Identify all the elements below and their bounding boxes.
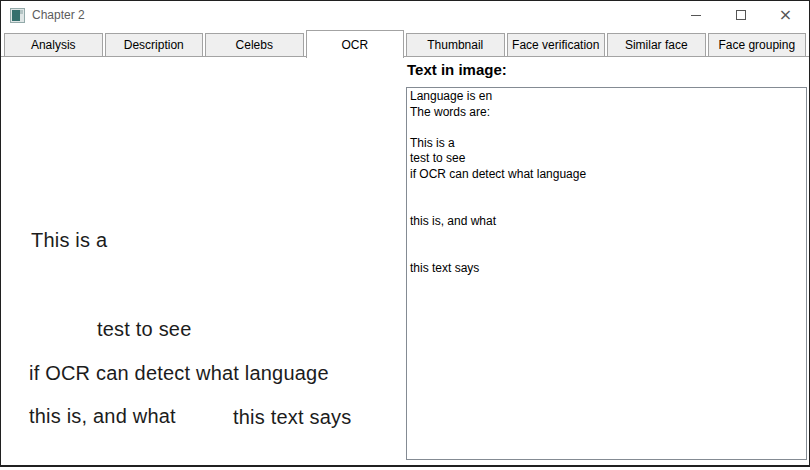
close-icon: × xyxy=(779,7,792,23)
image-text-line: this is, and what xyxy=(29,405,176,428)
app-icon-detail xyxy=(20,10,23,14)
minimize-button[interactable] xyxy=(673,1,718,29)
image-text-line: this text says xyxy=(233,406,351,429)
tab-description[interactable]: Description xyxy=(105,33,204,56)
tab-thumbnail[interactable]: Thumbnail xyxy=(406,33,505,56)
app-window: Chapter 2 × Analysis Description Celebs … xyxy=(0,0,810,467)
app-icon-detail xyxy=(12,10,20,21)
maximize-button[interactable] xyxy=(718,1,763,29)
tab-face-grouping[interactable]: Face grouping xyxy=(708,33,807,56)
window-title: Chapter 2 xyxy=(32,8,85,22)
tab-bar: Analysis Description Celebs OCR Thumbnai… xyxy=(1,28,809,56)
image-text-line: if OCR can detect what language xyxy=(29,362,329,385)
tab-ocr[interactable]: OCR xyxy=(306,30,405,58)
image-text-line: test to see xyxy=(97,318,191,341)
title-bar[interactable]: Chapter 2 × xyxy=(1,1,809,29)
close-button[interactable]: × xyxy=(763,1,808,29)
image-text-line: This is a xyxy=(31,229,107,252)
maximize-icon xyxy=(736,10,746,20)
ocr-tab-page: Browse and analyze This is a test to see… xyxy=(1,57,809,465)
minimize-icon xyxy=(691,15,701,16)
tab-analysis[interactable]: Analysis xyxy=(4,33,103,56)
app-icon xyxy=(10,8,25,23)
analyzed-image: This is a test to see if OCR can detect … xyxy=(1,57,404,461)
tab-similar-face[interactable]: Similar face xyxy=(607,33,706,56)
ocr-output-textbox[interactable]: Language is en The words are: This is a … xyxy=(406,87,807,460)
tab-face-verification[interactable]: Face verification xyxy=(507,33,606,56)
tab-celebs[interactable]: Celebs xyxy=(205,33,304,56)
window-controls: × xyxy=(673,1,808,29)
text-in-image-label: Text in image: xyxy=(407,61,507,78)
tabstrip-baseline xyxy=(1,56,809,57)
